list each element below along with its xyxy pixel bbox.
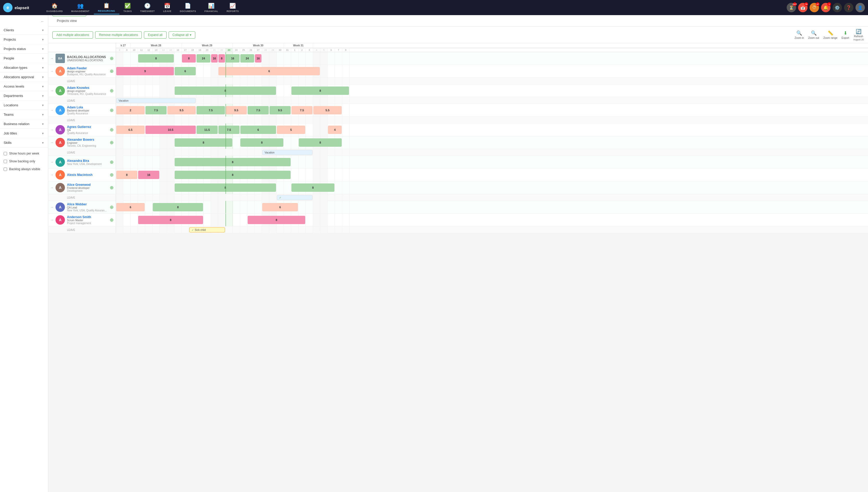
nav-item-tasks[interactable]: ✅TASKS — [119, 1, 136, 14]
alloc-block-adam-lola-7[interactable]: 7.5 — [291, 106, 313, 115]
alloc-block-adam-feeder-1[interactable]: 6 — [175, 67, 196, 75]
person-name-alice-greenwod[interactable]: Alice Greenwod — [67, 183, 107, 187]
sidebar-item-teams[interactable]: Teams▼ — [0, 110, 48, 119]
add-allocations-button[interactable]: Add multiple allocations — [52, 31, 93, 39]
zoom-out-button[interactable]: 🔍 Zoom out — [808, 30, 819, 39]
alloc-block-adam-lola-6[interactable]: 9.5 — [269, 106, 291, 115]
add-btn-alexis-macintosh[interactable]: ⊕ — [110, 172, 114, 178]
arrow-btn-backlog[interactable]: → — [50, 56, 53, 60]
nav-item-management[interactable]: 👥MANAGEMENT — [67, 1, 94, 14]
person-name-alexandra-bira[interactable]: Alexandra Bira — [67, 159, 107, 163]
alloc-block-adam-lola-3[interactable]: 7.5 — [196, 106, 225, 115]
alloc-block-agnes-gutierrez-1[interactable]: 10.5 — [145, 126, 196, 134]
alloc-block-agnes-gutierrez-4[interactable]: 6 — [240, 126, 276, 134]
alloc-block-backlog-7[interactable]: 16 — [255, 54, 261, 63]
checkbox-input-show-hours-per-week[interactable] — [4, 152, 7, 155]
sidebar-checkbox-show-backlog-only[interactable]: Show backlog only — [0, 157, 48, 165]
sidebar-item-job-titles[interactable]: Job titles▼ — [0, 129, 48, 138]
person-name-agnes-gutierrez[interactable]: Agnes Gutierrez — [67, 125, 107, 129]
nav-badge-help[interactable]: ❓ — [844, 3, 853, 12]
nav-item-documents[interactable]: 📄DOCUMENTS — [176, 1, 200, 14]
alloc-block-adam-lola-5[interactable]: 7.5 — [248, 106, 269, 115]
alloc-block-agnes-gutierrez-5[interactable]: 5 — [277, 126, 305, 134]
add-btn-adam-knowles[interactable]: ⊕ — [110, 88, 114, 94]
alloc-block-backlog-1[interactable]: 8 — [182, 54, 196, 63]
sidebar-item-skills[interactable]: Skills▼ — [0, 138, 48, 147]
alloc-block-backlog-5[interactable]: 16 — [226, 54, 240, 63]
sidebar-checkbox-backlog-always-visible[interactable]: Backlog always visible — [0, 165, 48, 173]
arrow-btn-alexander-bowers[interactable]: → — [50, 141, 53, 144]
alloc-block-alice-webber-2[interactable]: 6 — [262, 203, 298, 211]
nav-item-reports[interactable]: 📈REPORTS — [222, 1, 243, 14]
alloc-block-backlog-0[interactable]: 8 — [138, 54, 174, 63]
sidebar-item-projects[interactable]: Projects▼ — [0, 35, 48, 44]
alloc-block-adam-lola-8[interactable]: 5.5 — [313, 106, 342, 115]
sidebar-item-allocations-approval[interactable]: Allocations approval▼ — [0, 72, 48, 82]
alloc-block-alexis-macintosh-0[interactable]: 8 — [116, 171, 137, 179]
add-btn-backlog[interactable]: ⊕ — [110, 55, 114, 61]
checkbox-input-show-backlog-only[interactable] — [4, 160, 7, 163]
arrow-btn-anderson-smith[interactable]: → — [50, 218, 53, 222]
alloc-block-backlog-4[interactable]: 8 — [218, 54, 225, 63]
add-btn-alexander-bowers[interactable]: ⊕ — [110, 140, 114, 145]
alloc-block-backlog-3[interactable]: 16 — [211, 54, 218, 63]
refresh-button[interactable]: 🔄 Refresh August 20 — [853, 29, 864, 41]
nav-item-leave[interactable]: 📅LEAVE — [159, 1, 176, 14]
sidebar-collapse-btn[interactable]: ← — [0, 17, 48, 26]
alloc-block-alexander-bowers-1[interactable]: 8 — [240, 139, 283, 147]
sidebar-item-people[interactable]: People▼ — [0, 54, 48, 63]
nav-badge-settings[interactable]: ⚙️ — [833, 3, 842, 12]
alloc-block-adam-lola-0[interactable]: 2 — [116, 106, 145, 115]
vacation-block-alice-greenwod[interactable]: ✓ — [277, 195, 313, 200]
alloc-block-agnes-gutierrez-6[interactable]: 4 — [328, 126, 342, 134]
arrow-btn-agnes-gutierrez[interactable]: → — [50, 128, 53, 131]
person-name-alexis-macintosh[interactable]: Alexis Macintosh — [67, 173, 107, 177]
sidebar-item-locations[interactable]: Locations▼ — [0, 101, 48, 110]
sick-block-anderson-smith[interactable]: ✓ Sick child — [189, 227, 225, 232]
alloc-block-alexander-bowers-0[interactable]: 8 — [175, 139, 232, 147]
collapse-all-button[interactable]: Collapse all ▾ — [169, 31, 195, 39]
person-name-alexander-bowers[interactable]: Alexander Bowers — [67, 138, 107, 142]
alloc-block-alexis-macintosh-2[interactable]: 8 — [175, 171, 291, 179]
alloc-block-adam-knowles-1[interactable]: 8 — [291, 87, 349, 95]
alloc-block-agnes-gutierrez-2[interactable]: 11.5 — [196, 126, 218, 134]
alloc-block-anderson-smith-0[interactable]: 8 — [138, 216, 203, 224]
arrow-btn-alexandra-bira[interactable]: → — [50, 160, 53, 164]
alloc-block-adam-lola-2[interactable]: 9.5 — [167, 106, 196, 115]
alloc-block-adam-lola-1[interactable]: 7.5 — [145, 106, 167, 115]
nav-item-timesheet[interactable]: 🕐TIMESHEET — [136, 1, 159, 14]
alloc-block-alice-webber-1[interactable]: 8 — [153, 203, 203, 211]
tab-projects-view[interactable]: Projects view — [52, 17, 86, 25]
sidebar-checkbox-show-hours-per-week[interactable]: Show hours per week — [0, 150, 48, 157]
expand-all-button[interactable]: Expand all — [144, 31, 166, 39]
add-btn-adam-feeder[interactable]: ⊕ — [110, 68, 114, 74]
nav-item-financial[interactable]: 📊FINANCIAL — [200, 1, 222, 14]
add-btn-alice-greenwod[interactable]: ⊕ — [110, 185, 114, 191]
arrow-btn-adam-knowles[interactable]: → — [50, 89, 53, 93]
alloc-block-adam-feeder-0[interactable]: 9 — [116, 67, 174, 75]
person-name-anderson-smith[interactable]: Anderson Smith — [67, 215, 107, 219]
nav-badge-3[interactable]: ⏳OUT — [787, 3, 796, 12]
nav-badge-2[interactable]: 📅76 — [798, 3, 807, 12]
sidebar-item-access-levels[interactable]: Access levels▼ — [0, 82, 48, 91]
nav-badge-avatar[interactable]: 👤 — [855, 3, 865, 12]
add-btn-alice-webber[interactable]: ⊕ — [110, 204, 114, 210]
vacation-block-alexander-bowers[interactable]: Vacation — [262, 150, 313, 155]
add-btn-alexandra-bira[interactable]: ⊕ — [110, 159, 114, 165]
nav-badge-0[interactable]: 🔔1 — [821, 3, 830, 12]
alloc-block-agnes-gutierrez-0[interactable]: 6.5 — [116, 126, 145, 134]
alloc-block-alexis-macintosh-1[interactable]: 16 — [138, 171, 159, 179]
alloc-block-alexandra-bira-0[interactable]: 8 — [175, 158, 291, 166]
vacation-block-adam-knowles[interactable]: Vacation — [116, 98, 196, 103]
remove-allocations-button[interactable]: Remove multiple allocations — [95, 31, 142, 39]
alloc-block-backlog-2[interactable]: 24 — [196, 54, 210, 63]
arrow-btn-alice-webber[interactable]: → — [50, 205, 53, 209]
sidebar-item-business-relation[interactable]: Business relation▼ — [0, 119, 48, 129]
sidebar-item-clients[interactable]: Clients▼ — [0, 26, 48, 35]
arrow-btn-alexis-macintosh[interactable]: → — [50, 173, 53, 177]
add-btn-anderson-smith[interactable]: ⊕ — [110, 217, 114, 223]
checkbox-input-backlog-always-visible[interactable] — [4, 168, 7, 171]
alloc-block-alice-webber-0[interactable]: 6 — [116, 203, 145, 211]
sidebar-item-allocation-types[interactable]: Allocation types▼ — [0, 63, 48, 72]
zoom-in-button[interactable]: 🔍 Zoom in — [795, 30, 804, 39]
